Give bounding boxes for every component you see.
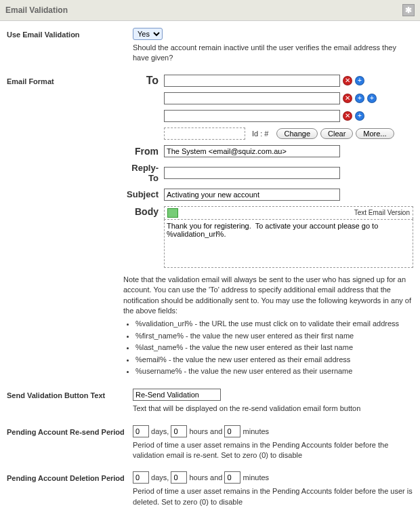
id-label: Id : # xyxy=(252,130,268,138)
to-input-2[interactable] xyxy=(164,92,340,104)
resend-period-label: Pending Account Re-send Period xyxy=(7,425,133,436)
keyword-item: %username% - the value the new user ente… xyxy=(135,366,413,376)
replyto-label: Reply-To xyxy=(123,163,164,183)
keyword-item: %first_name% - the value the new user en… xyxy=(135,331,413,341)
change-button[interactable]: Change xyxy=(276,128,318,139)
replyto-input[interactable] xyxy=(164,167,340,179)
body-toolbar: Text Email Version xyxy=(164,206,413,219)
resend-hours-input[interactable] xyxy=(171,425,187,437)
text-version-label: Text Email Version xyxy=(354,209,410,216)
keyword-list: %validation_url% - the URL the use must … xyxy=(135,319,413,376)
add-icon[interactable]: + xyxy=(355,76,364,85)
to-label: To xyxy=(123,75,164,87)
email-format-label: Email Format xyxy=(7,75,123,85)
from-label: From xyxy=(123,146,164,157)
use-validation-select[interactable]: Yes xyxy=(133,28,163,40)
resend-days-input[interactable] xyxy=(133,425,149,437)
to-input-1[interactable] xyxy=(164,75,340,87)
delete-icon[interactable]: ✕ xyxy=(343,94,352,103)
subject-label: Subject xyxy=(123,189,164,199)
minutes-label: minutes xyxy=(243,473,270,482)
use-validation-label: Use Email Validation xyxy=(7,28,133,39)
button-text-input[interactable] xyxy=(133,389,221,401)
add-icon[interactable]: + xyxy=(355,94,364,103)
delete-icon[interactable]: ✕ xyxy=(343,76,352,85)
delete-period-help: Period of time a user asset remains in t… xyxy=(133,486,413,507)
days-label: days, xyxy=(151,427,169,435)
resend-minutes-input[interactable] xyxy=(224,425,240,437)
use-validation-help: Should the account remain inactive until… xyxy=(133,43,413,64)
email-format-note: Note that the validation email will alwa… xyxy=(123,275,413,317)
clear-button[interactable]: Clear xyxy=(320,128,353,139)
subject-input[interactable] xyxy=(164,189,340,201)
keyword-item: %email% - the value the new user entered… xyxy=(135,355,413,365)
delete-icon[interactable]: ✕ xyxy=(343,111,352,121)
asset-picker[interactable] xyxy=(164,128,245,140)
keyword-item: %validation_url% - the URL the use must … xyxy=(135,319,413,329)
to-input-3[interactable] xyxy=(164,110,340,122)
resend-period-help: Period of time a user asset remains in t… xyxy=(133,440,413,461)
wysiwyg-icon[interactable] xyxy=(167,208,178,218)
favorite-icon[interactable]: ✱ xyxy=(402,4,415,16)
body-label: Body xyxy=(123,206,164,217)
button-text-label: Send Validation Button Text xyxy=(7,389,133,399)
more-button[interactable]: More... xyxy=(356,128,394,139)
add-icon[interactable]: + xyxy=(367,94,377,103)
delete-period-label: Pending Account Deletion Period xyxy=(7,471,133,482)
delete-minutes-input[interactable] xyxy=(224,471,240,484)
body-textarea[interactable] xyxy=(164,219,413,268)
hours-label: hours and xyxy=(189,427,222,435)
from-input[interactable] xyxy=(164,145,340,157)
days-label: days, xyxy=(151,473,169,482)
delete-hours-input[interactable] xyxy=(171,471,187,484)
button-text-help: Text that will be displayed on the re-se… xyxy=(133,404,413,414)
section-titlebar: Email Validation ✱ xyxy=(0,0,420,21)
add-icon[interactable]: + xyxy=(355,111,364,121)
delete-days-input[interactable] xyxy=(133,471,149,484)
section-title: Email Validation xyxy=(5,5,68,15)
minutes-label: minutes xyxy=(243,427,270,435)
hours-label: hours and xyxy=(189,473,222,482)
keyword-item: %last_name% - the value the new user ent… xyxy=(135,342,413,353)
